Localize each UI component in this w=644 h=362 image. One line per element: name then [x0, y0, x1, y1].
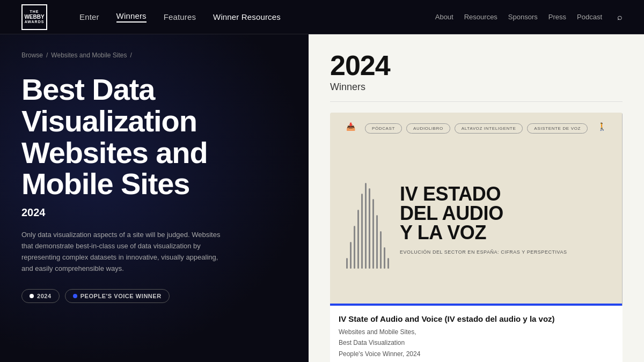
nav-winner-resources[interactable]: Winner Resources — [213, 12, 281, 21]
logo-webby: WEBBY — [24, 14, 44, 20]
logo-the: THE — [30, 10, 39, 14]
site-preview-lines — [346, 172, 389, 269]
site-preview-nav-audiolibro: AUDIOLIBRO — [406, 123, 450, 134]
search-button[interactable]: ⌕ — [617, 12, 623, 22]
bar-4 — [357, 210, 359, 269]
site-preview-body: IV ESTADO DEL AUDIO Y LA VOZ EVOLUCIÓN D… — [330, 140, 623, 306]
nav-about[interactable]: About — [435, 13, 453, 21]
nav-sponsors[interactable]: Sponsors — [508, 13, 538, 21]
winner-meta-line2: Best Data Visualization — [339, 339, 405, 346]
right-section-label: Winners — [330, 82, 623, 102]
bar-8 — [372, 199, 374, 269]
tag-dot-pv — [73, 294, 77, 298]
bar-5 — [361, 194, 363, 269]
breadcrumb-sep2: / — [130, 51, 132, 59]
nav-winners[interactable]: Winners — [116, 11, 147, 23]
year-label: 2024 — [21, 206, 283, 219]
left-panel: Browse / Websites and Mobile Sites / Bes… — [0, 34, 309, 362]
breadcrumb-sep1: / — [46, 51, 48, 59]
bar-3 — [354, 226, 355, 269]
page-title: Best Data Visualization Websites and Mob… — [21, 74, 283, 200]
bar-11 — [384, 247, 385, 269]
bar-2 — [350, 242, 352, 269]
header: THE WEBBY AWARDS Enter Winners Features … — [0, 0, 644, 34]
winner-meta-line1: Websites and Mobile Sites, — [339, 328, 416, 336]
secondary-nav: About Resources Sponsors Press Podcast ⌕ — [435, 12, 623, 22]
bar-6 — [365, 183, 367, 269]
title-line2: DEL AUDIO — [400, 202, 503, 224]
site-preview-nav-podcast: PÓDCAST — [365, 123, 402, 134]
site-preview-nav-altavoz: ALTAVOZ INTELIGENTE — [455, 123, 523, 134]
winner-title: IV State of Audio and Voice (IV estado d… — [339, 314, 614, 323]
winner-card[interactable]: 📥 PÓDCAST AUDIOLIBRO ALTAVOZ INTELIGENTE… — [330, 113, 623, 362]
tag-pv-label: PEOPLE'S VOICE WINNER — [80, 293, 162, 299]
site-preview-nav-asistente: ASISTENTE DE VOZ — [527, 123, 588, 134]
winner-info: IV State of Audio and Voice (IV estado d… — [330, 306, 623, 362]
site-preview-icon-right: 🚶 — [597, 122, 606, 131]
logo-awards: AWARDS — [25, 20, 45, 24]
site-preview: 📥 PÓDCAST AUDIOLIBRO ALTAVOZ INTELIGENTE… — [330, 113, 623, 306]
tag-peoples-voice[interactable]: PEOPLE'S VOICE WINNER — [65, 289, 170, 303]
bar-12 — [387, 258, 389, 269]
breadcrumb-browse[interactable]: Browse — [21, 51, 43, 59]
nav-enter[interactable]: Enter — [79, 12, 99, 21]
title-line3: Y LA VOZ — [400, 221, 486, 243]
tag-year-label: 2024 — [37, 293, 52, 299]
logo[interactable]: THE WEBBY AWARDS — [21, 4, 47, 30]
right-year: 2024 — [330, 51, 623, 79]
nav-features[interactable]: Features — [164, 12, 196, 21]
main-nav: Enter Winners Features Winner Resources — [79, 11, 435, 23]
main-content: Browse / Websites and Mobile Sites / Bes… — [0, 34, 644, 362]
site-preview-blue-bar — [330, 304, 623, 306]
winner-meta-line3: People's Voice Winner, 2024 — [339, 350, 420, 358]
bar-7 — [369, 188, 370, 269]
nav-press[interactable]: Press — [548, 13, 566, 21]
site-preview-subtitle: EVOLUCIÓN DEL SECTOR EN ESPAÑA: CIFRAS Y… — [400, 249, 606, 256]
site-preview-nav: 📥 PÓDCAST AUDIOLIBRO ALTAVOZ INTELIGENTE… — [330, 113, 623, 140]
category-description: Only data visualization aspects of a sit… — [21, 230, 225, 274]
winner-meta: Websites and Mobile Sites, Best Data Vis… — [339, 327, 614, 359]
site-preview-text-block: IV ESTADO DEL AUDIO Y LA VOZ EVOLUCIÓN D… — [400, 184, 606, 256]
site-preview-divider — [622, 113, 623, 306]
tag-year[interactable]: 2024 — [21, 289, 60, 303]
site-preview-icon-left: 📥 — [346, 122, 355, 131]
nav-resources[interactable]: Resources — [464, 13, 497, 21]
breadcrumb: Browse / Websites and Mobile Sites / — [21, 51, 283, 59]
bar-9 — [376, 215, 378, 269]
nav-podcast[interactable]: Podcast — [577, 13, 602, 21]
tag-list: 2024 PEOPLE'S VOICE WINNER — [21, 289, 283, 303]
tag-dot-year — [30, 294, 34, 298]
title-line1: IV ESTADO — [400, 183, 501, 205]
winner-image: 📥 PÓDCAST AUDIOLIBRO ALTAVOZ INTELIGENTE… — [330, 113, 623, 306]
bar-1 — [346, 258, 348, 269]
right-panel: 2024 Winners 📥 PÓDCAST AUDIOLIBRO ALTAVO… — [309, 34, 644, 362]
breadcrumb-category[interactable]: Websites and Mobile Sites — [51, 51, 127, 59]
bar-10 — [380, 231, 382, 269]
site-preview-main-title: IV ESTADO DEL AUDIO Y LA VOZ — [400, 184, 606, 242]
